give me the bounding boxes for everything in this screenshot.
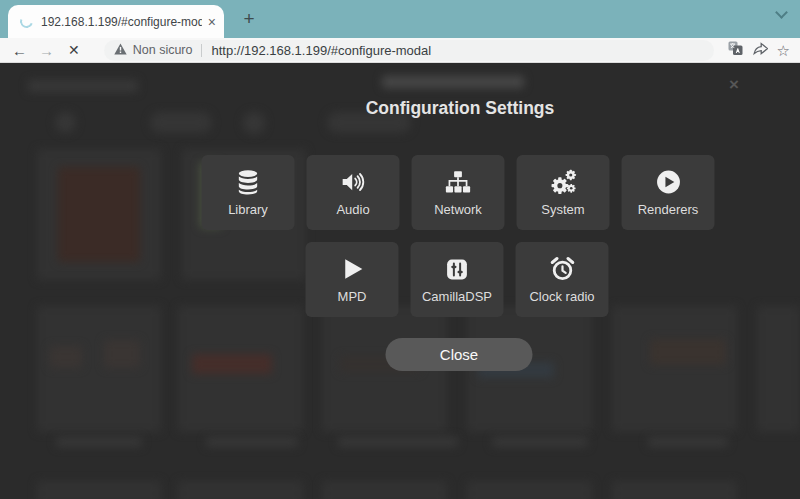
library-config-button[interactable]: Library — [202, 155, 295, 230]
background-album-art — [650, 339, 726, 365]
background-album-art — [104, 340, 140, 368]
system-config-button[interactable]: System — [517, 155, 610, 230]
tab-title: 192.168.1.199/#configure-modal — [41, 15, 202, 29]
audio-config-button[interactable]: Audio — [307, 155, 400, 230]
browser-toolbar: ← → ✕ Non sicuro http://192.168.1.199/#c… — [0, 38, 800, 63]
config-button-row-2: MPD CamillaDSP Clock radio — [306, 242, 609, 317]
background-album-tile — [178, 481, 303, 499]
background-album-tile — [322, 481, 447, 499]
config-button-label: Library — [228, 202, 268, 217]
translate-icon[interactable] — [728, 41, 743, 60]
config-button-label: Clock radio — [529, 289, 594, 304]
address-separator — [201, 44, 202, 57]
modal-close-icon[interactable]: × — [722, 73, 746, 97]
background-album-tile — [37, 481, 161, 499]
background-album-tile — [37, 306, 161, 432]
network-config-button[interactable]: Network — [412, 155, 505, 230]
background-album-label — [56, 437, 142, 447]
config-button-label: Audio — [336, 202, 369, 217]
background-album-tile — [612, 306, 737, 432]
new-tab-button[interactable]: + — [238, 8, 260, 30]
config-button-label: MPD — [338, 289, 367, 304]
background-album-label — [338, 437, 458, 447]
forward-button[interactable]: → — [39, 43, 54, 58]
background-album-tile — [467, 481, 592, 499]
stop-loading-button[interactable]: ✕ — [68, 43, 80, 57]
background-album-tile — [37, 149, 161, 280]
browser-tab[interactable]: 192.168.1.199/#configure-modal × — [8, 5, 224, 38]
tab-list-chevron-icon[interactable] — [775, 6, 788, 19]
background-header-text — [28, 80, 138, 92]
background-album-label — [206, 437, 298, 447]
play-circle-icon — [654, 165, 682, 199]
tab-strip: 192.168.1.199/#configure-modal × + — [0, 0, 800, 38]
not-secure-warning-icon — [114, 41, 127, 59]
tab-close-icon[interactable]: × — [208, 15, 216, 29]
background-album-label — [492, 437, 588, 447]
clock-radio-config-button[interactable]: Clock radio — [516, 242, 609, 317]
sliders-icon — [445, 252, 470, 286]
background-toolbar-icon — [150, 112, 212, 133]
config-button-label: CamillaDSP — [422, 289, 492, 304]
page-content: × Configuration Settings Library Audio N… — [0, 64, 800, 499]
config-button-label: Network — [434, 202, 482, 217]
database-icon — [234, 165, 263, 199]
mpd-config-button[interactable]: MPD — [306, 242, 399, 317]
config-button-label: System — [541, 202, 584, 217]
close-button[interactable]: Close — [386, 338, 533, 371]
loading-spinner-icon — [18, 13, 35, 30]
background-toolbar-icon — [55, 112, 76, 133]
security-label: Non sicuro — [133, 43, 193, 57]
volume-icon — [339, 165, 367, 199]
background-album-label — [648, 437, 728, 447]
address-bar[interactable]: Non sicuro http://192.168.1.199/#configu… — [104, 40, 714, 61]
blurred-dialog-header — [382, 76, 524, 88]
background-album-tile — [178, 306, 303, 432]
back-button[interactable]: ← — [12, 43, 27, 58]
camilladsp-config-button[interactable]: CamillaDSP — [411, 242, 504, 317]
background-album-tile — [757, 306, 800, 432]
background-album-tile — [612, 481, 737, 499]
background-toolbar-icon — [243, 112, 265, 134]
gears-icon — [548, 165, 578, 199]
background-album-art — [50, 346, 82, 368]
network-icon — [445, 165, 472, 199]
renderers-config-button[interactable]: Renderers — [622, 155, 715, 230]
background-album-art — [192, 354, 272, 374]
alarm-clock-icon — [548, 252, 576, 286]
url-text: http://192.168.1.199/#configure-modal — [211, 43, 431, 58]
config-button-label: Renderers — [638, 202, 699, 217]
background-album-art — [58, 167, 140, 262]
share-icon[interactable] — [752, 41, 768, 60]
play-icon — [338, 252, 366, 286]
modal-title: Configuration Settings — [366, 98, 555, 119]
config-button-row-1: Library Audio Network System — [202, 155, 715, 230]
bookmark-star-icon[interactable]: ☆ — [777, 43, 790, 58]
